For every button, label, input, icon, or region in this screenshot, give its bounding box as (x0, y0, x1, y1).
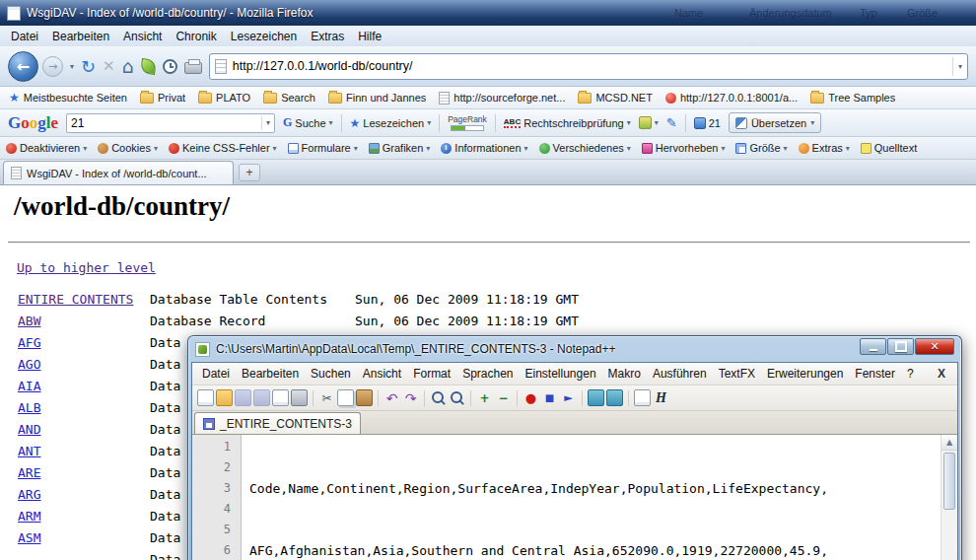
maximize-button[interactable] (887, 338, 914, 355)
play-macro-icon[interactable]: ► (560, 389, 577, 406)
editor-text-area[interactable]: Code,Name,Continent,Region,SurfaceArea,I… (242, 435, 957, 560)
np-menu-close[interactable]: X (930, 365, 953, 383)
cut-icon[interactable]: ✂ (318, 389, 335, 406)
np-menu-makro[interactable]: Makro (602, 365, 647, 383)
open-file-icon[interactable] (216, 389, 233, 406)
np-menu-ansicht[interactable]: Ansicht (357, 365, 407, 383)
history-dropdown-icon[interactable] (70, 62, 74, 71)
menu-datei[interactable]: Datei (4, 28, 45, 45)
autofill-button[interactable] (639, 116, 659, 129)
menu-ansicht[interactable]: Ansicht (116, 28, 169, 45)
forward-button[interactable]: → (42, 56, 63, 77)
word-wrap-icon[interactable] (634, 389, 651, 406)
find-icon[interactable] (430, 389, 447, 406)
np-menu-einstellungen[interactable]: Einstellungen (520, 365, 602, 383)
redo-icon[interactable]: ↷ (402, 389, 419, 406)
back-button[interactable]: ← (8, 51, 38, 82)
webdev-cookies[interactable]: Cookies (98, 142, 158, 154)
notepad-tab[interactable]: _ENTIRE_CONTENTS-3 (194, 412, 361, 434)
webdev-verschiedenes[interactable]: Verschiedenes (539, 142, 631, 154)
entry-link[interactable]: AFG (18, 335, 40, 350)
view-monitor-icon[interactable] (588, 389, 604, 406)
home-icon[interactable]: ⌂ (122, 55, 134, 77)
save-all-icon[interactable] (253, 389, 270, 406)
bookmark-mcsd[interactable]: MCSD.NET (578, 92, 652, 104)
tab-wsgidav[interactable]: WsgiDAV - Index of /world-db/count... (3, 161, 234, 184)
google-search-box[interactable] (66, 113, 275, 133)
minimize-button[interactable] (860, 338, 886, 355)
new-tab-button[interactable]: + (239, 164, 260, 181)
webdev-quelltext[interactable]: Quelltext (861, 142, 917, 154)
editor-scrollbar[interactable]: ▲ (941, 435, 957, 560)
save-icon[interactable] (235, 389, 251, 406)
record-macro-icon[interactable]: ● (523, 389, 539, 406)
html-preview-icon[interactable]: H (653, 389, 669, 406)
translate-button[interactable]: Übersetzen (729, 112, 821, 133)
paste-icon[interactable] (356, 389, 373, 406)
entry-link[interactable]: ARM (18, 509, 40, 524)
up-to-higher-level-link[interactable]: Up to higher level (17, 260, 156, 275)
bookmark-most-visited[interactable]: Meistbesuchte Seiten (9, 92, 127, 104)
notepad-titlebar[interactable]: C:\Users\Martin\AppData\Local\Temp\_ENTI… (191, 336, 958, 362)
bookmark-finn-und-jannes[interactable]: Finn und Jannes (328, 92, 426, 104)
webdev-css[interactable]: Keine CSS-Fehler (169, 142, 277, 154)
bookmark-sourceforge[interactable]: http://sourceforge.net... (439, 92, 565, 105)
entry-link[interactable]: AND (18, 422, 40, 437)
menu-bearbeiten[interactable]: Bearbeiten (45, 28, 116, 45)
np-menu-datei[interactable]: Datei (196, 365, 236, 383)
np-menu-fenster[interactable]: Fenster (849, 365, 901, 383)
entry-link[interactable]: ABW (18, 314, 40, 328)
np-menu-suchen[interactable]: Suchen (305, 365, 357, 383)
close-file-icon[interactable] (272, 389, 289, 406)
webdev-hervorheben[interactable]: Hervorheben (642, 142, 726, 154)
counter-button[interactable]: 21 (694, 117, 721, 129)
entry-link[interactable]: AGO (18, 357, 40, 372)
webdev-extras[interactable]: Extras (799, 142, 850, 154)
history-clock-icon[interactable] (163, 59, 177, 74)
webdev-grafiken[interactable]: Grafiken (369, 142, 431, 154)
np-menu-bearbeiten[interactable]: Bearbeiten (236, 365, 305, 383)
zoom-in-icon[interactable]: + (476, 389, 493, 406)
reload-icon[interactable]: ↻ (81, 56, 96, 77)
webdev-groesse[interactable]: Größe (735, 142, 787, 154)
entry-link[interactable]: ASM (18, 530, 40, 545)
webdev-deaktivieren[interactable]: Deaktivieren (6, 142, 87, 154)
bookmark-privat[interactable]: Privat (140, 92, 185, 104)
entry-link[interactable]: ARG (18, 487, 40, 502)
search-history-dropdown-icon[interactable] (261, 116, 270, 130)
notepad-editor[interactable]: 1 2 3 4 5 6 Code,Name,Continent,Region,S… (192, 435, 957, 560)
google-search-input[interactable] (71, 116, 261, 130)
entry-link[interactable]: ALB (18, 400, 40, 415)
entry-link[interactable]: AIA (18, 379, 40, 393)
np-menu-sprachen[interactable]: Sprachen (456, 365, 519, 383)
addon-leaf-icon[interactable] (140, 58, 157, 75)
spellcheck-button[interactable]: ABCRechtschreibprüfung (504, 117, 631, 129)
google-search-button[interactable]: Suche (283, 115, 333, 130)
entry-link[interactable]: ENTIRE CONTENTS (18, 292, 133, 307)
replace-icon[interactable] (449, 389, 465, 406)
bookmark-tree-samples[interactable]: Tree Samples (810, 92, 895, 104)
scroll-up-arrow[interactable]: ▲ (941, 435, 957, 451)
copy-icon[interactable] (337, 389, 354, 406)
np-menu-ausfuehren[interactable]: Ausführen (647, 365, 713, 383)
bookmark-search[interactable]: Search (263, 92, 315, 104)
firefox-titlebar[interactable]: WsgiDAV - Index of /world-db/country/ - … (0, 0, 976, 26)
menu-lesezeichen[interactable]: Lesezeichen (224, 28, 304, 45)
scrollbar-thumb[interactable] (943, 453, 955, 510)
bookmark-localhost-8001[interactable]: http://127.0.0.1:8001/a... (665, 92, 798, 104)
google-bookmarks-button[interactable]: Lesezeichen (350, 117, 432, 129)
pagerank-widget[interactable]: PageRank (448, 114, 487, 131)
close-button[interactable]: ✕ (915, 338, 954, 355)
webdev-informationen[interactable]: Informationen (441, 142, 527, 154)
menu-extras[interactable]: Extras (304, 28, 351, 45)
zoom-out-icon[interactable]: − (495, 389, 512, 406)
np-menu-erweiterungen[interactable]: Erweiterungen (761, 365, 849, 383)
np-menu-textfx[interactable]: TextFX (713, 365, 761, 383)
print-icon[interactable] (184, 62, 202, 74)
bookmark-plato[interactable]: PLATO (198, 92, 250, 104)
menu-hilfe[interactable]: Hilfe (351, 28, 388, 45)
address-dropdown[interactable] (952, 57, 962, 76)
np-menu-format[interactable]: Format (407, 365, 456, 383)
entry-link[interactable]: ARE (18, 465, 40, 480)
webdev-formulare[interactable]: Formulare (288, 142, 358, 154)
